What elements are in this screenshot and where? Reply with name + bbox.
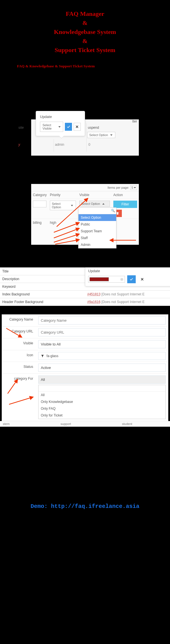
category-name-input[interactable] — [38, 316, 166, 325]
popover-title: Update — [88, 269, 170, 273]
icon-select[interactable]: fa-glass — [38, 352, 166, 360]
demo-link[interactable]: http://faq.ifreelance.asia — [51, 503, 139, 510]
demo-link-line: Demo: http://faq.ifreelance.asia — [0, 497, 170, 521]
row-left-partial: y — [18, 143, 20, 147]
hex-value[interactable]: #451813 — [87, 292, 101, 296]
svg-line-3 — [54, 234, 79, 242]
dropdown-item[interactable]: Public — [78, 221, 116, 228]
header-visible: Visible — [78, 191, 112, 199]
svg-line-4 — [55, 240, 79, 244]
t3-label: Header Footer Background — [0, 298, 85, 306]
filter-icon — [41, 354, 44, 358]
category-filter-input[interactable] — [33, 201, 46, 207]
dropdown-item[interactable]: Only for Ticket — [39, 412, 165, 419]
t3-label: Index Background — [0, 291, 85, 298]
col-site-partial: site — [18, 126, 24, 130]
confirm-button[interactable] — [127, 275, 136, 283]
label-category-for: category For — [2, 374, 36, 421]
panel-update-popover: site Iter uspend Select Option admin 0 y… — [31, 119, 139, 156]
status-select[interactable]: Active — [38, 364, 166, 372]
subtitle: FAQ & Knowledgebase & Support Ticket Sys… — [0, 58, 170, 77]
chevron-down-icon — [71, 205, 73, 206]
t3-label: Title — [0, 268, 85, 275]
panel-settings-table: Title Description Keyword Index Backgrou… — [0, 267, 170, 306]
t3-note: [Does not Support Internet E — [101, 300, 144, 304]
category-for-dropdown: All Only Knowledgebase Only FAQ Only for… — [38, 385, 166, 419]
category-for-select[interactable]: All — [38, 375, 166, 384]
clear-icon[interactable]: ⊗ — [120, 277, 124, 282]
color-update-popover: Update ⊗ ✕ — [85, 267, 170, 286]
row-count: 0 — [88, 143, 90, 147]
color-picker[interactable]: ⊗ — [88, 276, 125, 283]
chevron-up-icon — [102, 203, 105, 205]
chevron-down-icon — [134, 187, 136, 188]
t3-label: Description — [0, 275, 85, 283]
title-line-1: FAQ Manager — [6, 10, 164, 18]
title-line-5: Support Ticket System — [6, 46, 164, 54]
update-popover: Update Select Visible ✕ — [36, 111, 85, 136]
label-icon: Icon — [2, 350, 36, 362]
confirm-button[interactable] — [65, 123, 72, 131]
row-category: billing — [31, 219, 48, 226]
dropdown-item[interactable]: Staff — [78, 235, 116, 241]
dropdown-item[interactable]: Only Knowledgebase — [39, 398, 165, 405]
svg-line-2 — [54, 228, 79, 238]
label-category-url: Category URL — [2, 327, 36, 338]
header-action: Action — [112, 191, 139, 199]
popover-title: Update — [40, 115, 81, 119]
dropdown-search-input[interactable] — [39, 385, 165, 392]
dropdown-item[interactable]: All — [39, 392, 165, 398]
label-status: Status — [2, 362, 36, 373]
hex-value[interactable]: #9a1616 — [87, 300, 101, 304]
header-priority: Priority — [48, 191, 78, 199]
dropdown-item[interactable]: Support Team — [78, 228, 116, 235]
panel-category-form: Category Name Category URL Visible Visib… — [2, 314, 168, 421]
check-icon — [67, 125, 71, 129]
visible-select[interactable]: Visible to All — [38, 340, 166, 348]
dropdown-search-input[interactable] — [78, 208, 116, 214]
search-icon: 🔍 — [111, 209, 115, 212]
items-per-page-select[interactable]: 5 — [130, 185, 137, 190]
suspend-select[interactable]: Select Option — [87, 132, 115, 138]
main-title: FAQ Manager & Knowledgebase System & Sup… — [0, 0, 170, 58]
check-icon — [129, 277, 133, 281]
header-category: Category — [31, 191, 48, 199]
color-swatch — [90, 277, 109, 281]
items-per-page-label: Items per page: — [107, 186, 129, 189]
label-category-name: Category Name — [2, 315, 36, 326]
select-visible[interactable]: Select Visible — [40, 122, 63, 132]
category-url-input[interactable] — [38, 328, 166, 336]
bottom-strip: stem support student ia — [0, 421, 170, 427]
close-icon: ✕ — [75, 124, 79, 129]
title-line-3: Knowledgebase System — [6, 28, 164, 36]
close-icon: ✕ — [141, 277, 144, 282]
visible-dropdown: 🔍 Select Option Public Support Team Staf… — [78, 207, 116, 248]
row-user: admin — [55, 143, 64, 147]
col-items-partial: Iter — [132, 119, 137, 123]
chevron-down-icon — [110, 134, 112, 136]
cancel-button[interactable]: ✕ — [138, 275, 146, 283]
panel-visible-dropdown: Items per page: 5 Category Priority Visi… — [31, 184, 139, 245]
t3-note: [Does not Support Internet E — [101, 292, 144, 296]
row-priority: high — [48, 219, 78, 226]
title-line-4: & — [6, 37, 164, 45]
dropdown-item[interactable]: Admin — [78, 241, 116, 248]
t3-label: Keyword — [0, 283, 85, 290]
label-visible: Visible — [2, 338, 36, 350]
visible-select[interactable]: Select Option — [79, 201, 110, 207]
filter-button[interactable]: Filter — [113, 201, 137, 208]
cancel-button[interactable]: ✕ — [74, 123, 81, 131]
col-suspend-partial: uspend — [88, 126, 99, 130]
dropdown-item[interactable]: Only FAQ — [39, 405, 165, 412]
priority-select[interactable]: Select Option — [50, 201, 76, 210]
chevron-down-icon — [58, 126, 61, 128]
title-line-2: & — [6, 19, 164, 27]
dropdown-item[interactable]: Select Option — [78, 214, 116, 221]
